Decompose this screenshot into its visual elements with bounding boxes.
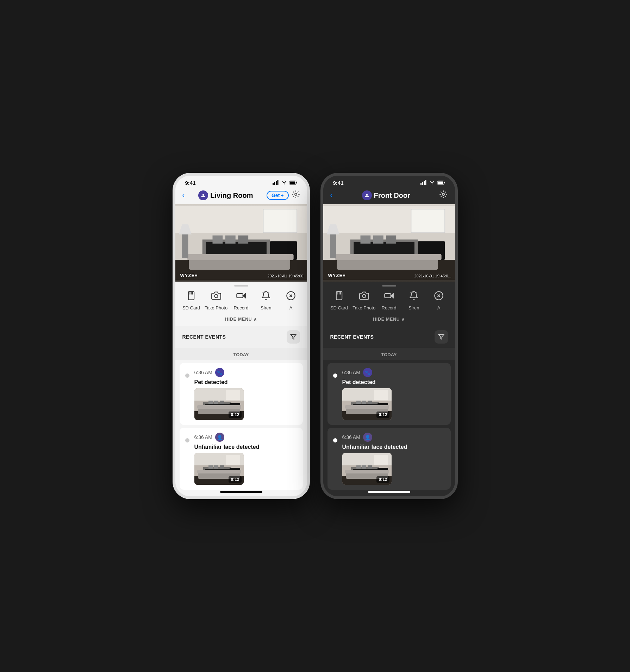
settings-button[interactable]: [439, 190, 448, 201]
sd-card-label: SD Card: [330, 305, 348, 310]
filter-button[interactable]: [287, 330, 300, 344]
status-icons: [273, 180, 297, 186]
more-label: A: [289, 305, 293, 310]
camera-avatar: [362, 190, 372, 200]
status-icons: [420, 180, 445, 186]
home-indicator: [220, 491, 262, 493]
event-header: 6:36 AM🐾: [342, 368, 445, 377]
status-time: 9:41: [185, 180, 196, 186]
event-content: 6:36 AM🐾Pet detected 0:12: [342, 368, 445, 420]
timeline-dot: [185, 373, 189, 378]
svg-rect-66: [424, 181, 425, 185]
siren-button[interactable]: Siren: [401, 291, 426, 310]
siren-label: Siren: [261, 305, 271, 310]
siren-icon: [409, 291, 419, 303]
event-thumbnail[interactable]: 0:12: [342, 388, 392, 420]
take-photo-label: Take Photo: [205, 305, 227, 310]
battery-icon: [437, 180, 445, 186]
settings-button[interactable]: [292, 190, 300, 201]
header-center: Living Room: [198, 190, 253, 200]
svg-rect-17: [212, 235, 223, 244]
sd-card-button[interactable]: SD Card: [327, 291, 351, 310]
header: ‹ Front Door: [323, 187, 455, 204]
svg-rect-42: [226, 390, 240, 400]
today-label: TODAY: [175, 348, 307, 360]
event-item[interactable]: 6:36 AM🐾Pet detected 0:12: [328, 363, 451, 425]
more-icon: [434, 291, 444, 303]
sd-card-icon: [186, 291, 196, 303]
svg-rect-81: [360, 235, 370, 244]
hide-menu-button[interactable]: HIDE MENU ∧: [175, 315, 307, 326]
take-photo-button[interactable]: Take Photo: [352, 291, 376, 310]
svg-rect-62: [214, 465, 218, 469]
record-icon: [384, 291, 394, 303]
svg-marker-103: [438, 334, 444, 339]
more-button[interactable]: A: [426, 291, 451, 310]
phone-front-door: 9:41: [320, 173, 458, 499]
svg-rect-54: [226, 455, 240, 465]
svg-point-73: [442, 193, 444, 195]
get-plus-button[interactable]: Get +: [267, 191, 289, 200]
svg-rect-126: [362, 465, 366, 469]
event-time: 6:36 AM: [194, 434, 212, 440]
thumbnail-duration: 0:12: [376, 412, 389, 418]
svg-rect-60: [197, 470, 241, 473]
svg-rect-7: [296, 182, 297, 183]
sd-card-button[interactable]: SD Card: [179, 291, 204, 310]
svg-rect-6: [290, 182, 295, 184]
video-timestamp: 2021-10-01 19:45:0...: [414, 274, 451, 278]
event-item[interactable]: 6:36 AM🐾Pet detected 0:12: [180, 363, 303, 425]
siren-button[interactable]: Siren: [254, 291, 278, 310]
svg-point-30: [214, 295, 218, 298]
svg-rect-76: [411, 209, 445, 233]
record-label: Record: [234, 305, 249, 310]
svg-rect-18: [225, 235, 235, 244]
take-photo-button[interactable]: Take Photo: [204, 291, 229, 310]
svg-point-9: [295, 193, 297, 195]
recent-events-title: RECENT EVENTS: [330, 334, 374, 340]
event-item[interactable]: 6:36 AM👤Unfamiliar face detected: [180, 428, 303, 490]
video-feed[interactable]: WYZE≡ 2021-10-01 19:45:00: [175, 204, 307, 282]
svg-rect-67: [425, 180, 426, 185]
drag-handle[interactable]: [175, 282, 307, 289]
svg-line-34: [263, 293, 263, 293]
event-thumbnail[interactable]: 0:12: [342, 453, 392, 485]
svg-rect-63: [220, 465, 224, 469]
drag-handle[interactable]: [323, 282, 455, 289]
wyze-logo: WYZE≡: [180, 273, 198, 278]
more-icon: [286, 291, 296, 303]
hide-menu-button[interactable]: HIDE MENU ∧: [323, 315, 455, 326]
event-badge: 👤: [363, 433, 372, 442]
thumbnail-duration: 0:12: [376, 476, 389, 483]
drag-handle-bar: [234, 285, 248, 287]
video-feed[interactable]: WYZE≡ 2021-10-01 19:45:0...: [323, 204, 455, 282]
record-button[interactable]: Record: [376, 291, 401, 310]
event-title: Unfamiliar face detected: [194, 444, 297, 450]
video-timestamp: 2021-10-01 19:45:00: [267, 274, 303, 278]
event-badge: 👤: [215, 433, 224, 442]
event-time: 6:36 AM: [342, 434, 360, 440]
svg-rect-50: [214, 401, 218, 404]
wyze-logo: WYZE≡: [328, 273, 346, 278]
back-button[interactable]: ‹: [182, 191, 185, 200]
event-thumbnail[interactable]: 0:12: [194, 453, 244, 485]
more-button[interactable]: A: [279, 291, 303, 310]
record-button[interactable]: Record: [229, 291, 253, 310]
camera-name: Living Room: [210, 191, 253, 200]
svg-rect-88: [330, 234, 336, 258]
recent-events-header: RECENT EVENTS: [323, 326, 455, 348]
sd-card-icon: [334, 291, 344, 303]
svg-rect-113: [356, 401, 361, 404]
event-thumbnail[interactable]: 0:12: [194, 388, 244, 420]
svg-rect-115: [368, 401, 372, 404]
status-time: 9:41: [333, 180, 344, 186]
svg-point-68: [431, 183, 432, 184]
back-button[interactable]: ‹: [330, 191, 333, 200]
home-indicator: [368, 491, 410, 493]
signal-icon: [273, 180, 279, 186]
svg-rect-95: [385, 294, 391, 298]
svg-rect-61: [208, 465, 213, 469]
timeline-dot: [333, 438, 337, 442]
event-item[interactable]: 6:36 AM👤Unfamiliar face detected: [328, 428, 451, 490]
filter-button[interactable]: [435, 330, 448, 344]
